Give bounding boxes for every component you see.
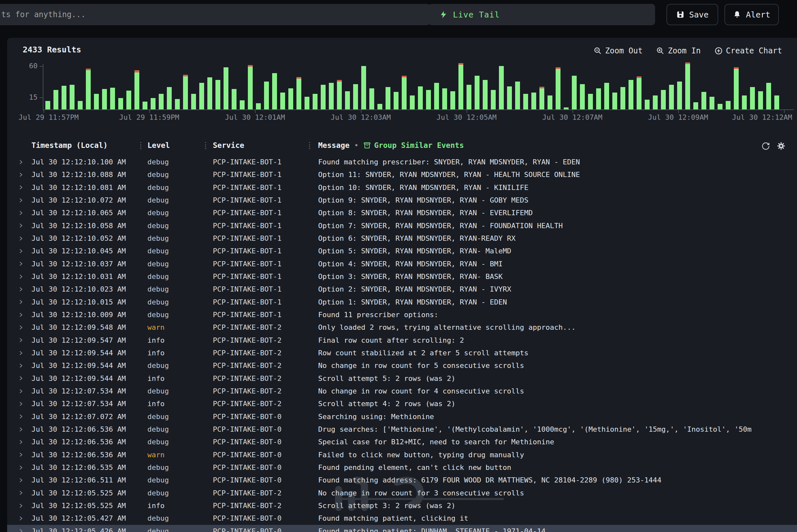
expand-chevron-icon[interactable] (7, 362, 32, 369)
histogram-bar[interactable] (645, 100, 650, 109)
log-row[interactable]: Jul 30 12:12:09.544 AM debug PCP-INTAKE-… (7, 359, 797, 372)
histogram-bar[interactable] (126, 91, 131, 109)
expand-chevron-icon[interactable] (7, 324, 32, 331)
histogram-bar[interactable] (467, 85, 471, 109)
histogram-bar[interactable] (726, 101, 730, 109)
histogram-bar[interactable] (256, 103, 261, 109)
column-header-message[interactable]: Message (318, 141, 349, 150)
expand-chevron-icon[interactable] (7, 210, 32, 216)
expand-chevron-icon[interactable] (7, 477, 32, 483)
histogram-bar[interactable] (385, 87, 391, 109)
histogram-bar[interactable] (345, 91, 350, 109)
histogram-bar[interactable] (410, 95, 415, 109)
table-settings-gear-icon[interactable] (777, 141, 786, 151)
histogram-bar[interactable] (394, 92, 399, 109)
histogram-bar[interactable] (377, 104, 382, 109)
histogram-bar[interactable] (442, 88, 447, 109)
log-row[interactable]: Jul 30 12:12:06.535 AM debug PCP-INTAKE-… (7, 461, 797, 474)
histogram-bar[interactable] (329, 83, 334, 109)
histogram-bar[interactable] (369, 88, 374, 109)
histogram-bar[interactable] (280, 93, 285, 109)
histogram-bar[interactable] (110, 88, 115, 109)
log-row[interactable]: Jul 30 12:12:10.100 AM debug PCP-INTAKE-… (7, 156, 797, 168)
log-row[interactable]: Jul 30 12:12:05.525 AM info PCP-INTAKE-B… (7, 499, 797, 512)
histogram-bar[interactable] (78, 101, 83, 109)
log-row[interactable]: Jul 30 12:12:06.511 AM debug PCP-INTAKE-… (7, 474, 797, 487)
live-tail-button[interactable]: Live Tail (428, 4, 655, 25)
histogram-bar[interactable] (637, 76, 641, 109)
histogram-bar[interactable] (491, 90, 496, 109)
log-row[interactable]: Jul 30 12:12:07.534 AM info PCP-INTAKE-B… (7, 397, 797, 410)
log-row[interactable]: Jul 30 12:12:05.525 AM debug PCP-INTAKE-… (7, 487, 797, 499)
create-chart-button[interactable]: Create Chart (714, 46, 782, 55)
histogram-bar[interactable] (458, 63, 463, 109)
histogram-bar[interactable] (702, 92, 706, 109)
column-header-timestamp[interactable]: Timestamp (Local) (32, 141, 147, 150)
histogram-bar[interactable] (572, 76, 577, 109)
histogram-bar[interactable] (677, 81, 682, 109)
histogram-bar[interactable] (685, 62, 690, 109)
histogram-bar[interactable] (612, 93, 617, 109)
histogram-bar[interactable] (418, 87, 423, 109)
histogram-bar[interactable] (629, 80, 633, 109)
expand-chevron-icon[interactable] (7, 337, 32, 343)
column-header-level[interactable]: Level (147, 141, 213, 150)
histogram-bar[interactable] (774, 95, 779, 109)
expand-chevron-icon[interactable] (7, 528, 32, 532)
log-row[interactable]: Jul 30 12:12:10.065 AM debug PCP-INTAKE-… (7, 207, 797, 219)
histogram-bar[interactable] (102, 89, 107, 109)
log-row[interactable]: Jul 30 12:12:10.023 AM debug PCP-INTAKE-… (7, 283, 797, 296)
histogram-bar[interactable] (434, 83, 439, 109)
histogram-bar[interactable] (766, 83, 771, 109)
histogram-bar[interactable] (151, 98, 156, 109)
histogram-bar[interactable] (620, 87, 625, 109)
log-row[interactable]: Jul 30 12:12:09.548 AM warn PCP-INTAKE-B… (7, 321, 797, 334)
histogram-bar[interactable] (159, 94, 164, 109)
expand-chevron-icon[interactable] (7, 299, 32, 305)
histogram-bar[interactable] (540, 87, 544, 109)
log-row[interactable]: Jul 30 12:12:09.544 AM info PCP-INTAKE-B… (7, 372, 797, 385)
histogram-bar[interactable] (693, 102, 698, 109)
histogram-bar[interactable] (70, 85, 74, 109)
expand-chevron-icon[interactable] (7, 413, 32, 420)
expand-chevron-icon[interactable] (7, 184, 32, 191)
histogram-bar[interactable] (507, 87, 512, 109)
log-row[interactable]: Jul 30 12:12:10.081 AM debug PCP-INTAKE-… (7, 181, 797, 194)
expand-chevron-icon[interactable] (7, 464, 32, 471)
histogram-bar[interactable] (547, 95, 553, 109)
expand-chevron-icon[interactable] (7, 350, 32, 356)
histogram-bar[interactable] (653, 95, 658, 109)
expand-chevron-icon[interactable] (7, 248, 32, 254)
histogram-bar[interactable] (207, 77, 212, 109)
histogram-bar[interactable] (248, 65, 253, 109)
log-row[interactable]: Jul 30 12:12:10.058 AM debug PCP-INTAKE-… (7, 220, 797, 232)
column-separator[interactable] (205, 142, 206, 149)
column-separator[interactable] (309, 142, 310, 149)
expand-chevron-icon[interactable] (7, 439, 32, 445)
log-row[interactable]: Jul 30 12:12:10.088 AM debug PCP-INTAKE-… (7, 168, 797, 181)
histogram-bar[interactable] (232, 89, 236, 109)
histogram-bar[interactable] (661, 90, 666, 109)
histogram-bar[interactable] (183, 75, 188, 109)
expand-chevron-icon[interactable] (7, 426, 32, 433)
log-row[interactable]: Jul 30 12:12:05.427 AM debug PCP-INTAKE-… (7, 512, 797, 525)
log-row[interactable]: Jul 30 12:12:09.547 AM info PCP-INTAKE-B… (7, 334, 797, 346)
group-similar-events-button[interactable]: Group Similar Events (363, 141, 464, 150)
histogram-bar[interactable] (531, 93, 536, 109)
histogram-bar[interactable] (499, 66, 504, 109)
histogram-bar[interactable] (167, 87, 172, 109)
histogram-bar[interactable] (556, 67, 561, 109)
expand-chevron-icon[interactable] (7, 502, 32, 509)
log-row[interactable]: Jul 30 12:12:07.072 AM debug PCP-INTAKE-… (7, 410, 797, 423)
expand-chevron-icon[interactable] (7, 311, 32, 318)
log-row[interactable]: Jul 30 12:12:10.031 AM debug PCP-INTAKE-… (7, 270, 797, 283)
log-row[interactable]: Jul 30 12:12:06.536 AM debug PCP-INTAKE-… (7, 436, 797, 448)
column-header-service[interactable]: Service (213, 141, 318, 150)
expand-chevron-icon[interactable] (7, 197, 32, 204)
histogram-bar[interactable] (143, 101, 147, 109)
log-row[interactable]: Jul 30 12:12:10.037 AM debug PCP-INTAKE-… (7, 258, 797, 270)
expand-chevron-icon[interactable] (7, 490, 32, 496)
histogram-bar[interactable] (191, 94, 196, 109)
histogram-bar[interactable] (53, 90, 58, 109)
histogram-bar[interactable] (313, 94, 318, 109)
